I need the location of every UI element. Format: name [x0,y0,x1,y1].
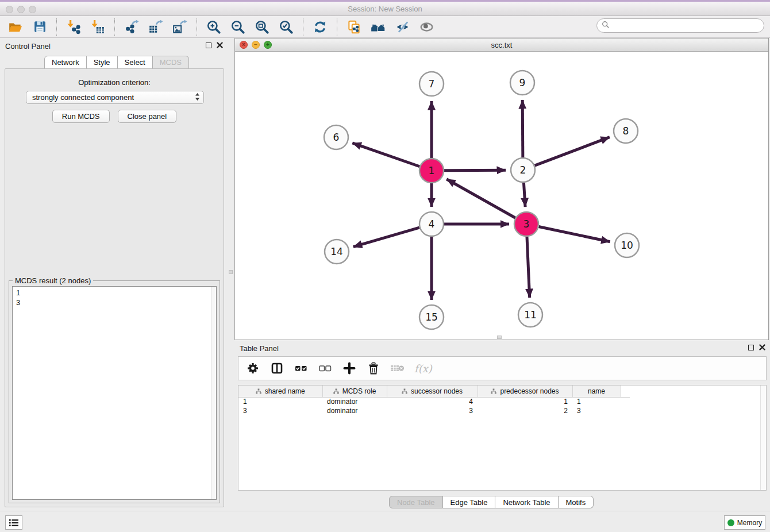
node-1[interactable]: 1 [419,159,444,183]
task-history-button[interactable] [5,515,22,530]
node-6[interactable]: 6 [324,125,348,149]
header-filler [621,385,630,397]
svg-text:4: 4 [429,218,435,230]
zoom-window-button[interactable] [29,6,36,13]
export-network-icon[interactable] [122,17,141,37]
minimize-window-button[interactable] [17,6,25,13]
tab-motifs[interactable]: Motifs [559,496,594,508]
cell-shared-name[interactable]: 3 [238,406,322,415]
tab-mcds[interactable]: MCDS [153,56,189,69]
node-14[interactable]: 14 [325,240,349,264]
edge-4-14[interactable] [353,228,419,246]
network-window-titlebar[interactable]: × − + scc.txt [235,38,768,52]
node-11[interactable]: 11 [518,303,542,327]
window-controls[interactable] [6,6,36,13]
deselect-all-icon[interactable] [318,361,333,376]
column-header-shared-name[interactable]: shared name [238,385,322,397]
edge-3-1[interactable] [446,179,515,218]
minimize-view-icon[interactable]: − [252,41,260,49]
cell-mcds-role[interactable]: dominator [322,406,387,415]
show-graphics-details-icon[interactable] [417,17,436,37]
float-table-panel-icon[interactable] [748,345,754,350]
cell-predecessor-nodes[interactable]: 1 [478,397,572,406]
node-9[interactable]: 9 [510,71,534,95]
maximize-view-icon[interactable]: + [264,41,272,49]
column-header-successor-nodes[interactable]: successor nodes [387,385,478,397]
table-panel-title: Table Panel [240,344,279,353]
close-view-icon[interactable]: × [240,41,248,49]
zoom-in-icon[interactable] [204,17,224,37]
tab-style[interactable]: Style [87,56,118,69]
import-table-icon[interactable] [88,17,107,37]
add-column-icon[interactable] [342,361,357,376]
home-networks-icon[interactable] [368,17,388,37]
table-row[interactable]: 3 dominator 3 2 3 [238,406,630,415]
table-settings-gear-icon[interactable] [245,361,260,376]
tab-network-table[interactable]: Network Table [495,496,558,508]
result-scrollbar[interactable] [211,287,216,499]
delete-table-icon-disabled [390,361,405,376]
close-panel-button[interactable]: Close panel [118,110,177,123]
search-box[interactable] [596,18,764,33]
zoom-out-icon[interactable] [228,17,248,37]
export-table-icon[interactable] [146,17,165,37]
float-panel-icon[interactable] [206,43,211,48]
apply-layout-icon[interactable] [310,17,330,37]
run-mcds-button[interactable]: Run MCDS [52,110,110,123]
close-table-panel-icon[interactable] [759,344,765,350]
node-table[interactable]: shared name MCDS role successor nodes pr… [238,385,767,491]
import-network-icon[interactable] [64,17,83,37]
cell-shared-name[interactable]: 1 [238,397,322,406]
edge-1-6[interactable] [352,143,419,167]
edge-3-11[interactable] [527,237,530,298]
node-10[interactable]: 10 [615,233,639,257]
criterion-dropdown[interactable]: strongly connected component [26,91,204,104]
horizontal-splitter-handle[interactable] [497,336,502,339]
window-title: Session: New Session [348,5,422,13]
tab-network[interactable]: Network [44,56,87,69]
hide-details-icon[interactable] [392,17,412,37]
column-header-name[interactable]: name [572,385,621,397]
node-4[interactable]: 4 [419,212,444,236]
vertical-splitter[interactable] [228,38,234,511]
column-header-predecessor-nodes[interactable]: predecessor nodes [478,385,572,397]
delete-column-trash-icon[interactable] [366,361,381,376]
save-session-icon[interactable] [30,17,49,37]
node-15[interactable]: 15 [419,305,444,329]
column-header-mcds-role[interactable]: MCDS role [322,385,387,397]
node-8[interactable]: 8 [614,119,638,143]
node-3[interactable]: 3 [514,212,538,236]
clone-network-icon[interactable] [344,17,364,37]
export-image-icon[interactable] [170,17,190,37]
select-all-icon[interactable] [294,361,309,376]
node-2[interactable]: 2 [511,158,535,182]
edge-3-10[interactable] [539,227,610,242]
zoom-selected-icon[interactable] [276,17,296,37]
cell-successor-nodes[interactable]: 4 [387,397,478,406]
mcds-result-textarea[interactable]: 1 3 [12,286,217,500]
table-row[interactable]: 1 dominator 4 1 1 [238,397,630,406]
toggle-column-panel-icon[interactable] [270,361,284,376]
network-canvas[interactable]: 7968124314101511 [235,52,768,340]
tab-edge-table[interactable]: Edge Table [443,496,496,508]
cell-name[interactable]: 1 [572,397,621,406]
memory-button[interactable]: Memory [724,515,765,530]
cell-mcds-role[interactable]: dominator [322,397,387,406]
splitter-handle[interactable] [229,270,233,274]
close-window-button[interactable] [6,6,13,13]
edge-2-9[interactable] [522,100,523,157]
open-file-icon[interactable] [6,17,25,37]
search-input[interactable] [610,20,764,32]
edge-1-2[interactable] [444,170,506,171]
table-scrollbar[interactable] [760,385,766,490]
cell-name[interactable]: 3 [572,406,621,415]
cell-predecessor-nodes[interactable]: 2 [478,406,572,415]
edge-2-3[interactable] [523,183,525,207]
node-7[interactable]: 7 [419,72,444,96]
zoom-fit-icon[interactable] [252,17,272,37]
tab-node-table[interactable]: Node Table [389,496,443,508]
edge-2-8[interactable] [535,137,610,166]
tab-select[interactable]: Select [118,56,153,69]
cell-successor-nodes[interactable]: 3 [387,406,478,415]
close-panel-icon[interactable] [217,42,223,48]
